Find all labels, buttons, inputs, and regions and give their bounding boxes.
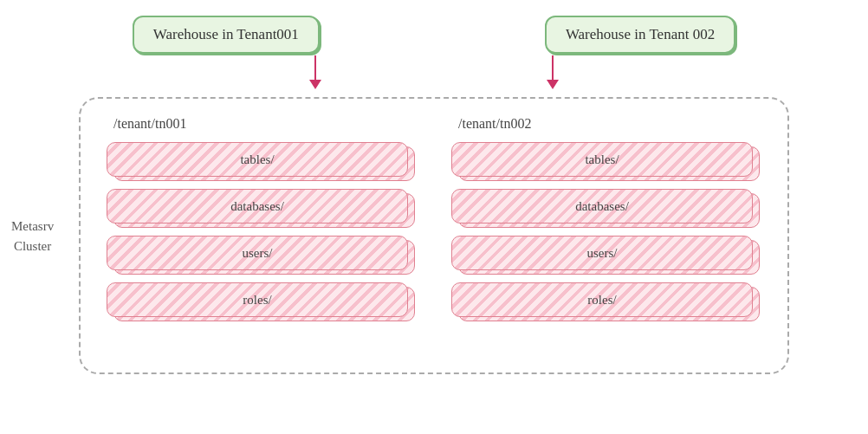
top-row: Warehouse in Tenant001 Warehouse in Tena…: [0, 16, 868, 54]
arrow1-line: [314, 55, 316, 80]
resource-card-databases1: databases/: [107, 189, 408, 223]
resource-card-tables1: tables/: [107, 142, 408, 177]
arrows-row: [0, 55, 868, 94]
warehouse2-label: Warehouse in Tenant 002: [566, 26, 715, 42]
cluster-label: MetasrvCluster: [11, 217, 54, 256]
tenant1-section: /tenant/tn001 tables/ databases/: [107, 116, 417, 329]
diagram: Warehouse in Tenant001 Warehouse in Tena…: [0, 0, 868, 434]
arrow1-head: [309, 80, 321, 89]
tenant-sections: /tenant/tn001 tables/ databases/: [107, 116, 761, 329]
arrow1: [309, 55, 321, 94]
list-item: tables/: [451, 142, 761, 184]
tenant2-section: /tenant/tn002 tables/ databases/: [451, 116, 761, 329]
resource-card-roles2: roles/: [451, 282, 753, 317]
tenant2-path: /tenant/tn002: [451, 116, 531, 132]
tenant1-stack: tables/ databases/ users/: [107, 142, 417, 329]
list-item: databases/: [107, 189, 417, 230]
resource-card-databases2: databases/: [451, 189, 753, 223]
resource-card-roles1: roles/: [107, 282, 408, 317]
list-item: tables/: [107, 142, 417, 184]
list-item: users/: [107, 236, 417, 277]
warehouse1-label: Warehouse in Tenant001: [153, 26, 299, 42]
resource-card-tables2: tables/: [451, 142, 753, 177]
tenant2-stack: tables/ databases/ users/: [451, 142, 761, 329]
arrow2-line: [552, 55, 554, 80]
warehouse1-box: Warehouse in Tenant001: [133, 16, 320, 54]
cluster-area: MetasrvCluster /tenant/tn001 tables/: [79, 97, 789, 374]
list-item: roles/: [451, 282, 761, 324]
list-item: users/: [451, 236, 761, 277]
warehouse2-box: Warehouse in Tenant 002: [545, 16, 735, 54]
list-item: databases/: [451, 189, 761, 230]
resource-card-users1: users/: [107, 236, 408, 270]
arrow2: [547, 55, 559, 94]
tenant1-path: /tenant/tn001: [107, 116, 186, 132]
list-item: roles/: [107, 282, 417, 324]
resource-card-users2: users/: [451, 236, 753, 270]
arrow2-head: [547, 80, 559, 89]
